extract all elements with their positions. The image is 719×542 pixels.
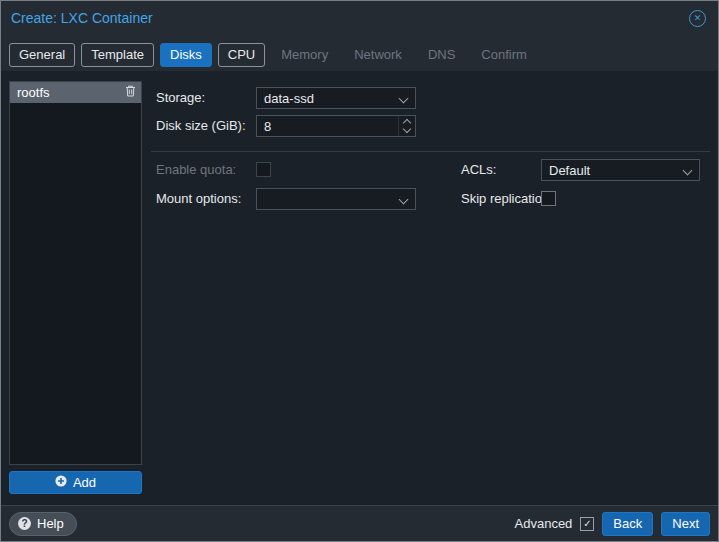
disk-list: rootfs [9, 81, 142, 465]
storage-label: Storage: [156, 87, 205, 109]
help-button-label: Help [37, 516, 64, 531]
disk-size-value: 8 [264, 119, 271, 134]
close-icon[interactable]: ✕ [689, 10, 706, 27]
next-button[interactable]: Next [661, 512, 710, 536]
tab-general[interactable]: General [9, 43, 75, 67]
dialog-footer: ? Help Advanced ✓ Back Next [1, 505, 718, 541]
tab-dns: DNS [418, 43, 465, 67]
disks-tab-panel: rootfs Add Storage: data-ssd [1, 71, 718, 505]
plus-circle-icon [55, 475, 67, 490]
add-disk-button[interactable]: Add [9, 471, 142, 494]
create-lxc-container-dialog: Create: LXC Container ✕ General Template… [0, 0, 719, 542]
mount-options-label: Mount options: [156, 188, 241, 210]
section-divider [151, 151, 710, 152]
dialog-header: Create: LXC Container ✕ General Template… [1, 1, 718, 71]
disk-size-spinner [398, 116, 415, 136]
tab-memory: Memory [271, 43, 338, 67]
footer-actions: Advanced ✓ Back Next [515, 512, 710, 536]
chevron-down-icon [683, 166, 693, 176]
advanced-checkbox[interactable]: ✓ [580, 517, 594, 531]
help-icon: ? [18, 517, 31, 530]
back-button[interactable]: Back [602, 512, 653, 536]
disk-size-field[interactable]: 8 [256, 115, 416, 137]
disk-list-item-rootfs[interactable]: rootfs [10, 82, 141, 103]
chevron-down-icon [399, 195, 409, 205]
add-button-label: Add [73, 475, 96, 490]
spinner-down-icon[interactable] [399, 126, 415, 136]
enable-quota-label: Enable quota: [156, 159, 236, 181]
tab-network: Network [344, 43, 412, 67]
tab-cpu[interactable]: CPU [218, 43, 265, 67]
help-button[interactable]: ? Help [9, 512, 77, 536]
tab-template[interactable]: Template [81, 43, 154, 67]
skip-replication-label: Skip replication: [461, 188, 553, 210]
storage-combobox[interactable]: data-ssd [256, 87, 416, 109]
chevron-down-icon [399, 94, 409, 104]
acls-value: Default [549, 163, 590, 178]
skip-replication-checkbox[interactable] [541, 191, 556, 206]
mount-options-combobox[interactable] [256, 188, 416, 210]
advanced-label: Advanced [515, 516, 573, 531]
enable-quota-checkbox [256, 162, 271, 177]
tab-disks[interactable]: Disks [160, 43, 212, 67]
tab-bar: General Template Disks CPU Memory Networ… [9, 43, 537, 67]
disk-size-label: Disk size (GiB): [156, 115, 246, 137]
acls-combobox[interactable]: Default [541, 159, 700, 181]
disk-item-label: rootfs [17, 85, 50, 100]
storage-value: data-ssd [264, 91, 314, 106]
tab-confirm: Confirm [471, 43, 537, 67]
dialog-title: Create: LXC Container [11, 10, 153, 26]
trash-icon[interactable] [125, 85, 136, 100]
acls-label: ACLs: [461, 159, 496, 181]
